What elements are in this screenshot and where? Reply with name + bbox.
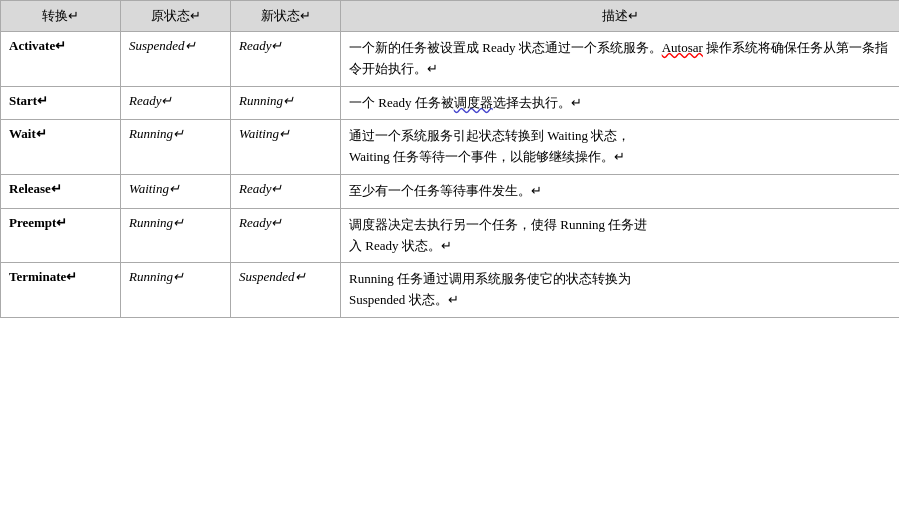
to-cell: Waiting↵ (231, 120, 341, 175)
header-desc: 描述↵ (341, 1, 900, 32)
header-to: 新状态↵ (231, 1, 341, 32)
table-row: Release↵ Waiting↵ Ready↵ 至少有一个任务等待事件发生。↵ (1, 174, 900, 208)
to-cell: Suspended↵ (231, 263, 341, 318)
from-cell: Running↵ (121, 120, 231, 175)
transition-cell: Activate↵ (1, 32, 121, 87)
table-row: Preempt↵ Running↵ Ready↵ 调度器决定去执行另一个任务，使… (1, 208, 900, 263)
transition-cell: Wait↵ (1, 120, 121, 175)
table-row: Wait↵ Running↵ Waiting↵ 通过一个系统服务引起状态转换到 … (1, 120, 900, 175)
to-cell: Running↵ (231, 86, 341, 120)
autosar-highlight: Autosar (662, 40, 703, 55)
to-cell: Ready↵ (231, 208, 341, 263)
to-cell: Ready↵ (231, 174, 341, 208)
from-cell: Suspended↵ (121, 32, 231, 87)
header-transition: 转换↵ (1, 1, 121, 32)
desc-cell: 至少有一个任务等待事件发生。↵ (341, 174, 900, 208)
transition-cell: Release↵ (1, 174, 121, 208)
desc-cell: 一个 Ready 任务被调度器选择去执行。↵ (341, 86, 900, 120)
from-cell: Running↵ (121, 263, 231, 318)
header-from: 原状态↵ (121, 1, 231, 32)
desc-cell: 调度器决定去执行另一个任务，使得 Running 任务进入 Ready 状态。↵ (341, 208, 900, 263)
transition-cell: Preempt↵ (1, 208, 121, 263)
transition-cell: Terminate↵ (1, 263, 121, 318)
desc-cell: Running 任务通过调用系统服务使它的状态转换为Suspended 状态。↵ (341, 263, 900, 318)
transition-cell: Start↵ (1, 86, 121, 120)
table-row: Activate↵ Suspended↵ Ready↵ 一个新的任务被设置成 R… (1, 32, 900, 87)
scheduler-highlight: 调度器 (454, 95, 493, 110)
to-cell: Ready↵ (231, 32, 341, 87)
from-cell: Running↵ (121, 208, 231, 263)
from-cell: Waiting↵ (121, 174, 231, 208)
from-cell: Ready↵ (121, 86, 231, 120)
desc-cell: 一个新的任务被设置成 Ready 状态通过一个系统服务。Autosar 操作系统… (341, 32, 900, 87)
table-row: Start↵ Ready↵ Running↵ 一个 Ready 任务被调度器选择… (1, 86, 900, 120)
desc-cell: 通过一个系统服务引起状态转换到 Waiting 状态，Waiting 任务等待一… (341, 120, 900, 175)
table-row: Terminate↵ Running↵ Suspended↵ Running 任… (1, 263, 900, 318)
